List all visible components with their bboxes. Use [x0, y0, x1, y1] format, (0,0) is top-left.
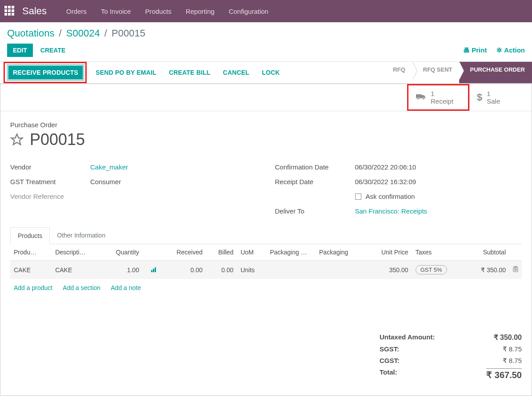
th-unit-price: Unit Price [365, 244, 412, 261]
truck-icon [416, 92, 426, 103]
stat-button-box: 1 Receipt $ 1 Sale [0, 84, 532, 111]
gst-value: Consumer [90, 178, 121, 185]
apps-grid-icon[interactable] [4, 6, 15, 16]
receipt-date-label: Receipt Date [275, 178, 355, 185]
svg-rect-4 [151, 270, 152, 272]
receipt-stat-button[interactable]: 1 Receipt [407, 84, 469, 111]
ask-confirmation-label: Ask confirmation [366, 193, 415, 200]
app-title[interactable]: Sales [22, 5, 47, 17]
th-desc: Descripti… [52, 244, 101, 261]
tab-other-info[interactable]: Other Information [50, 227, 112, 244]
cell-unit-price: 350.00 [365, 261, 412, 279]
breadcrumb-current: P00015 [112, 28, 145, 39]
total-value: ₹ 367.50 [486, 368, 522, 380]
conf-date-value: 06/30/2022 20:06:10 [355, 163, 416, 171]
nav-reporting[interactable]: Reporting [179, 8, 222, 15]
form-sheet: 1 Receipt $ 1 Sale Purchase Order P00015 [0, 84, 532, 396]
ask-confirmation-checkbox[interactable] [355, 193, 361, 200]
cgst-label: CGST: [380, 357, 400, 365]
svg-rect-6 [155, 267, 156, 272]
dollar-icon: $ [477, 92, 482, 103]
breadcrumb-parent[interactable]: S00024 [66, 28, 100, 39]
untaxed-label: Untaxed Amount: [380, 333, 435, 342]
gst-label: GST Treatment [10, 178, 90, 185]
receipt-label: Receipt [431, 97, 453, 105]
svg-point-2 [423, 98, 425, 100]
vendor-ref-label: Vendor Reference [10, 193, 90, 200]
th-product: Produ… [10, 244, 52, 261]
cell-uom: Units [237, 261, 266, 279]
cell-tax[interactable]: GST 5% [416, 265, 447, 274]
create-bill-button[interactable]: CREATE BILL [163, 64, 217, 81]
conf-date-label: Confirmation Date [275, 163, 355, 171]
po-small-label: Purchase Order [10, 121, 522, 129]
po-name: P00015 [30, 130, 85, 149]
star-icon[interactable] [10, 133, 24, 146]
status-purchase-order[interactable]: PURCHASE ORDER [459, 62, 532, 83]
edit-button[interactable]: EDIT [7, 44, 33, 57]
order-lines-table: Produ… Descripti… Quantity Received Bill… [10, 244, 522, 296]
svg-point-1 [417, 98, 420, 100]
status-rfq[interactable]: RFQ [382, 62, 412, 83]
th-pkg: Packaging [316, 244, 365, 261]
print-button[interactable]: 🖶Print [463, 46, 487, 54]
status-arrows: RFQ RFQ SENT PURCHASE ORDER [382, 62, 532, 83]
vendor-value[interactable]: Cake_maker [90, 163, 128, 171]
add-note-link[interactable]: Add a note [111, 284, 141, 291]
print-icon: 🖶 [463, 46, 470, 54]
th-received: Received [160, 244, 206, 261]
add-section-link[interactable]: Add a section [63, 284, 100, 291]
svg-marker-3 [12, 134, 23, 145]
cell-received: 0.00 [160, 261, 206, 279]
nav-to-invoice[interactable]: To Invoice [94, 8, 138, 15]
cell-product: CAKE [10, 261, 52, 279]
svg-rect-8 [514, 266, 517, 267]
sgst-label: SGST: [380, 345, 399, 353]
tab-products[interactable]: Products [10, 227, 50, 244]
highlight-receive-products: RECEIVE PRODUCTS [4, 62, 87, 83]
cell-desc: CAKE [52, 261, 101, 279]
sale-stat-button[interactable]: $ 1 Sale [469, 84, 532, 111]
cancel-button[interactable]: CANCEL [217, 64, 256, 81]
deliver-to-value[interactable]: San Francisco: Receipts [355, 207, 428, 215]
forecast-chart-icon[interactable] [151, 266, 157, 274]
th-billed: Billed [206, 244, 237, 261]
top-nav: Sales Orders To Invoice Products Reporti… [0, 0, 532, 22]
add-product-link[interactable]: Add a product [14, 284, 52, 291]
cell-pkg [316, 261, 365, 279]
sale-label: Sale [487, 97, 500, 105]
sgst-value: ₹ 8.75 [503, 345, 522, 353]
control-panel: Quotations / S00024 / P00015 EDIT CREATE… [0, 22, 532, 61]
tabs: Products Other Information [10, 227, 522, 244]
statusbar: RECEIVE PRODUCTS SEND PO BY EMAIL CREATE… [0, 61, 532, 84]
receipt-date-value: 06/30/2022 16:32:09 [355, 178, 416, 185]
sale-count: 1 [487, 90, 500, 97]
cell-pkg-qty [266, 261, 316, 279]
send-po-email-button[interactable]: SEND PO BY EMAIL [89, 64, 163, 81]
untaxed-value: ₹ 350.00 [494, 333, 522, 342]
th-subtotal: Subtotal [465, 244, 509, 261]
receipt-count: 1 [431, 90, 453, 97]
breadcrumb-root[interactable]: Quotations [7, 28, 54, 39]
nav-products[interactable]: Products [138, 8, 178, 15]
th-uom: UoM [237, 244, 266, 261]
action-button[interactable]: ✲Action [496, 46, 525, 54]
cell-qty: 1.00 [101, 261, 143, 279]
gear-icon: ✲ [496, 46, 502, 54]
receive-products-button[interactable]: RECEIVE PRODUCTS [7, 64, 84, 81]
th-qty: Quantity [101, 244, 143, 261]
nav-configuration[interactable]: Configuration [222, 8, 276, 15]
order-line-row[interactable]: CAKE CAKE 1.00 0.00 0.00 Units 350.00 GS… [10, 261, 522, 279]
cell-billed: 0.00 [206, 261, 237, 279]
create-button[interactable]: CREATE [35, 44, 72, 57]
th-pkg-qty: Packaging … [266, 244, 316, 261]
nav-orders[interactable]: Orders [59, 8, 94, 15]
th-taxes: Taxes [412, 244, 465, 261]
deliver-to-label: Deliver To [275, 207, 355, 215]
breadcrumb: Quotations / S00024 / P00015 [7, 28, 525, 39]
delete-line-icon[interactable] [513, 266, 518, 274]
total-label: Total: [380, 368, 397, 380]
totals-block: Untaxed Amount:₹ 350.00 SGST:₹ 8.75 CGST… [380, 331, 522, 391]
status-rfq-sent[interactable]: RFQ SENT [412, 62, 460, 83]
lock-button[interactable]: LOCK [256, 64, 286, 81]
